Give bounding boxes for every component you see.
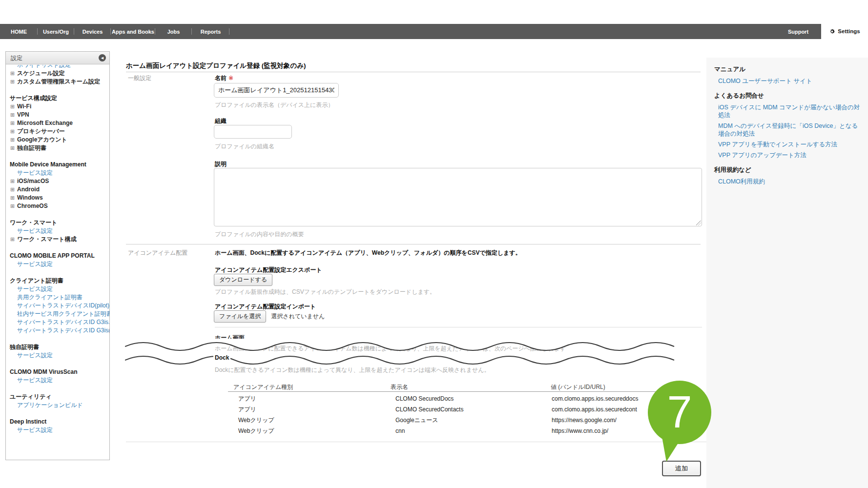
sidebar-item-label: ユーティリティ: [10, 393, 52, 400]
help-link[interactable]: CLOMO利用規約: [718, 178, 860, 185]
sidebar-item[interactable]: ⊞ Wi-Fi: [6, 102, 109, 111]
sidebar-item[interactable]: ⊞ 独自証明書: [6, 144, 109, 152]
nav-support[interactable]: Support: [779, 24, 818, 39]
sidebar-item-label: カスタム管理権限スキーム設定: [17, 78, 100, 85]
sidebar-item: ⊞: [6, 244, 109, 252]
sidebar-item: ⊞ CLOMO MDM VirusScan: [6, 368, 109, 376]
name-help-text: プロファイルの表示名（デバイス上に表示）: [215, 101, 333, 109]
nav-item[interactable]: HOME: [0, 24, 38, 39]
plus-box-icon[interactable]: ⊞: [10, 78, 15, 86]
cell-bundle-value: com.clomo.apps.ios.secureddocs: [552, 393, 638, 404]
cell-bundle-value: https://news.google.com/: [552, 415, 617, 426]
sidebar-item[interactable]: ⊞ サービス設定: [6, 376, 109, 385]
organization-field-label: 組織: [215, 117, 227, 125]
table-header-row: アイコンアイテム種別 表示名 値 (バンドルID/URL): [126, 383, 702, 391]
table-header-underline: [228, 391, 701, 392]
sidebar-item[interactable]: ⊞ ホワイトリスト設定: [6, 65, 109, 69]
help-link[interactable]: iOS デバイスに MDM コマンドが届かない場合の対処法: [718, 103, 860, 119]
nav-menu: HOME Users/Org Devices Apps and Books Jo…: [0, 24, 868, 39]
sidebar-item-label: サービス設定: [17, 377, 53, 384]
description-textarea[interactable]: [214, 168, 702, 226]
sidebar-item-label: サービス設定: [17, 352, 53, 359]
sidebar-item[interactable]: ⊞ VPN: [6, 111, 109, 119]
sidebar-item-label: サービス設定: [17, 285, 53, 292]
cell-display-name: CLOMO SecuredDocs: [395, 393, 454, 404]
sidebar-item: ⊞ クライアント証明書: [6, 277, 109, 285]
sidebar-item-label: サービス設定: [17, 261, 53, 267]
file-selected-status: 選択されていません: [271, 312, 325, 321]
sidebar-item-label: サービス設定: [17, 169, 53, 176]
sidebar-item[interactable]: ⊞ ワーク・スマート構成: [6, 235, 109, 244]
nav-item[interactable]: Apps and Books: [111, 24, 155, 39]
plus-box-icon[interactable]: ⊞: [10, 185, 15, 194]
sidebar-item[interactable]: ⊞ サービス設定: [6, 351, 109, 360]
sidebar-item[interactable]: ⊞ Android: [6, 185, 109, 194]
plus-box-icon[interactable]: ⊞: [10, 194, 15, 202]
sidebar-item[interactable]: ⊞ プロキシサーバー: [6, 127, 109, 136]
section-label-icon-layout: アイコンアイテム配置: [128, 249, 187, 257]
annotation-step-number: 7: [667, 387, 692, 437]
nav-item[interactable]: Users/Org: [38, 24, 74, 39]
plus-box-icon[interactable]: ⊞: [10, 144, 15, 152]
page: HOME Users/Org Devices Apps and Books Jo…: [0, 0, 868, 488]
name-field-label: 名前※: [215, 74, 233, 82]
sidebar-item[interactable]: ⊞ サービス設定: [6, 169, 109, 177]
icon-item-table: アプリ CLOMO SecuredDocs com.clomo.apps.ios…: [126, 393, 702, 436]
sidebar-item: ⊞ サービス構成設定: [6, 94, 109, 102]
sidebar-item[interactable]: ⊞ サービス設定: [6, 285, 109, 293]
sidebar-item[interactable]: ⊞ ChromeOS: [6, 202, 109, 210]
sidebar-item[interactable]: ⊞ サイバートラストデバイスID G3is(...: [6, 326, 109, 335]
help-link[interactable]: MDM へのデバイス登録時に「iOS Device」となる場合の対処法: [718, 122, 860, 138]
nav-item[interactable]: Devices: [74, 24, 111, 39]
export-label: アイコンアイテム配置設定エクスポート: [215, 266, 322, 274]
plus-box-icon[interactable]: ⊞: [10, 119, 15, 127]
sidebar-item-label: CLOMO MOBILE APP PORTAL: [10, 252, 95, 259]
sidebar-item-label: iOS/macOS: [17, 178, 49, 184]
plus-box-icon[interactable]: ⊞: [10, 69, 15, 78]
sidebar-item-label: サービス構成設定: [10, 95, 57, 102]
sidebar-item: ⊞ CLOMO MOBILE APP PORTAL: [6, 252, 109, 260]
sidebar-item-label: スケジュール設定: [17, 70, 64, 77]
help-link-label: MDM へのデバイス登録時に「iOS Device」となる場合の対処法: [718, 122, 858, 137]
sidebar-item-label: Wi-Fi: [17, 103, 31, 110]
sidebar-item[interactable]: ⊞ カスタム管理権限スキーム設定: [6, 78, 109, 86]
sidebar-item[interactable]: ⊞ Microsoft Exchange: [6, 119, 109, 127]
collapse-sidebar-button[interactable]: ◀: [99, 54, 106, 61]
sidebar-item[interactable]: ⊞ サイバートラストデバイスID(pilot)...: [6, 302, 109, 310]
sidebar-item[interactable]: ⊞ Googleアカウント: [6, 136, 109, 144]
file-import-row: ファイルを選択 選択されていません: [214, 310, 325, 323]
sidebar-item-label: VPN: [17, 111, 29, 118]
plus-box-icon[interactable]: ⊞: [10, 102, 15, 111]
nav-item[interactable]: Jobs: [155, 24, 192, 39]
sidebar-item[interactable]: ⊞ 共用クライアント証明書: [6, 293, 109, 302]
plus-box-icon[interactable]: ⊞: [10, 127, 15, 136]
plus-box-icon[interactable]: ⊞: [10, 202, 15, 210]
sidebar-item[interactable]: ⊞ 社内サービス用クライアント証明書: [6, 310, 109, 318]
help-link[interactable]: CLOMO ユーザーサポート サイト: [718, 77, 860, 85]
sidebar-item[interactable]: ⊞ iOS/macOS: [6, 177, 109, 185]
download-button[interactable]: ダウンロードする: [214, 274, 272, 286]
profile-name-input[interactable]: [214, 83, 339, 98]
sidebar-item[interactable]: ⊞ サービス設定: [6, 227, 109, 235]
help-link[interactable]: VPP アプリを手動でインストールする方法: [718, 141, 860, 148]
help-link-label: CLOMO利用規約: [718, 178, 765, 185]
sidebar-item: ⊞: [6, 335, 109, 343]
nav-item[interactable]: Reports: [192, 24, 229, 39]
sidebar-item-label: サービス設定: [17, 427, 53, 433]
cell-display-name: Googleニュース: [395, 415, 438, 426]
sidebar-item[interactable]: ⊞ アプリケーションビルド: [6, 401, 109, 409]
choose-file-button[interactable]: ファイルを選択: [214, 310, 266, 323]
sidebar-item[interactable]: ⊞ サービス設定: [6, 426, 109, 434]
sidebar-item[interactable]: ⊞ サービス設定: [6, 260, 109, 268]
help-link[interactable]: VPP アプリのアップデート方法: [718, 151, 860, 159]
organization-input[interactable]: [214, 125, 292, 139]
plus-box-icon[interactable]: ⊞: [10, 111, 15, 119]
plus-box-icon[interactable]: ⊞: [10, 177, 15, 185]
sidebar-item[interactable]: ⊞ スケジュール設定: [6, 69, 109, 78]
sidebar-item[interactable]: ⊞ Windows: [6, 194, 109, 202]
plus-box-icon[interactable]: ⊞: [10, 136, 15, 144]
nav-settings-tab[interactable]: Settings: [821, 21, 868, 41]
manual-section-header: マニュアル: [714, 65, 860, 74]
plus-box-icon[interactable]: ⊞: [10, 235, 15, 244]
sidebar-item[interactable]: ⊞ サイバートラストデバイスID G3is...: [6, 318, 109, 326]
